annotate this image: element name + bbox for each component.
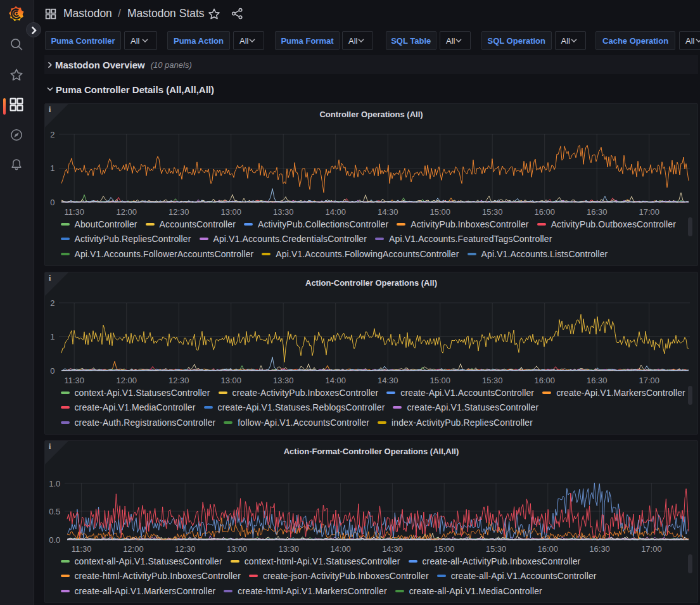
svg-text:13:30: 13:30 (279, 544, 300, 554)
svg-text:15:00: 15:00 (430, 207, 450, 217)
svg-text:1.0: 1.0 (49, 479, 60, 488)
svg-text:0.0: 0.0 (49, 535, 60, 545)
svg-text:0: 0 (50, 366, 54, 376)
svg-text:1: 1 (50, 332, 54, 341)
svg-text:13:30: 13:30 (273, 376, 294, 385)
svg-text:16:00: 16:00 (534, 207, 555, 217)
svg-text:17:00: 17:00 (639, 207, 659, 217)
svg-text:15:00: 15:00 (430, 376, 450, 385)
svg-text:15:30: 15:30 (482, 207, 503, 217)
svg-text:11:30: 11:30 (72, 544, 92, 554)
svg-text:12:30: 12:30 (169, 376, 189, 385)
svg-text:12:30: 12:30 (169, 207, 189, 217)
svg-text:14:00: 14:00 (325, 207, 346, 217)
svg-text:17:00: 17:00 (641, 544, 662, 554)
svg-text:2: 2 (50, 298, 54, 308)
svg-text:12:30: 12:30 (175, 544, 196, 554)
svg-text:13:00: 13:00 (220, 207, 241, 217)
svg-text:12:00: 12:00 (123, 544, 144, 554)
svg-text:16:30: 16:30 (587, 207, 608, 217)
svg-text:15:00: 15:00 (434, 544, 455, 554)
svg-text:2: 2 (50, 130, 54, 139)
svg-text:16:30: 16:30 (589, 544, 610, 554)
svg-text:14:00: 14:00 (325, 376, 346, 385)
svg-text:17:00: 17:00 (639, 376, 659, 385)
svg-text:14:30: 14:30 (378, 207, 398, 217)
svg-text:12:00: 12:00 (116, 207, 137, 217)
svg-text:11:30: 11:30 (64, 376, 84, 385)
svg-text:14:30: 14:30 (382, 544, 403, 554)
svg-text:14:30: 14:30 (378, 376, 398, 385)
svg-text:15:30: 15:30 (486, 544, 507, 554)
svg-text:13:00: 13:00 (220, 376, 241, 385)
svg-text:15:30: 15:30 (482, 376, 503, 385)
svg-text:16:30: 16:30 (587, 376, 608, 385)
svg-text:13:00: 13:00 (227, 544, 248, 554)
svg-text:12:00: 12:00 (116, 376, 137, 385)
svg-text:0: 0 (50, 198, 54, 207)
svg-text:16:00: 16:00 (538, 544, 559, 554)
svg-text:0.5: 0.5 (49, 507, 60, 516)
svg-text:11:30: 11:30 (64, 207, 84, 217)
svg-text:16:00: 16:00 (534, 376, 555, 385)
svg-text:14:00: 14:00 (330, 544, 351, 554)
svg-text:1: 1 (50, 163, 54, 173)
svg-text:13:30: 13:30 (273, 207, 294, 217)
